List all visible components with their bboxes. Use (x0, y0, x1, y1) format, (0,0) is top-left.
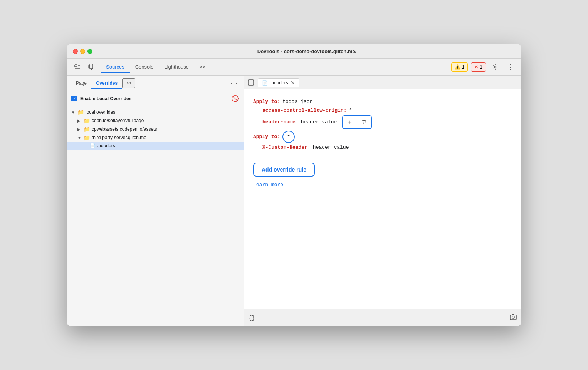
header-key: header-name: (262, 118, 299, 126)
apply-to-value: todos.json (282, 97, 312, 106)
overrides-header: ✓ Enable Local Overrides 🚫 (67, 91, 244, 106)
editor-panel: 📄 .headers ✕ Apply to: todos.json access… (244, 76, 521, 326)
error-badge[interactable]: ✕ 1 (471, 62, 486, 72)
titlebar: DevTools - cors-demo-devtools.glitch.me/ (67, 44, 521, 59)
screenshot-button[interactable] (510, 314, 517, 322)
warning-badge[interactable]: ⚠️ 1 (451, 62, 468, 72)
apply-to-input[interactable]: * (282, 131, 295, 143)
tab-console[interactable]: Console (130, 61, 159, 73)
learn-more-link[interactable]: Learn more (253, 180, 283, 189)
svg-point-11 (512, 316, 514, 318)
enable-overrides-label: Enable Local Overrides (80, 96, 228, 101)
tree-expand-arrow: ▼ (77, 136, 82, 140)
add-header-button[interactable]: + (343, 116, 357, 128)
apply-to-line-1: Apply to: todos.json (253, 97, 512, 106)
header-line-1-2: header-name: header value + (262, 115, 512, 129)
file-icon: 📄 (90, 143, 96, 148)
tab-more[interactable]: >> (194, 61, 211, 73)
svg-rect-8 (248, 80, 254, 85)
delete-header-button[interactable] (357, 116, 371, 128)
learn-more-section: Learn more (253, 178, 512, 189)
sidebar-tab-more[interactable]: >> (122, 78, 135, 88)
list-item[interactable]: ▼ 📁 third-party-server.glitch.me (67, 133, 244, 142)
main-content: Page Overrides >> ⋯ ✓ Enable Local Overr… (67, 76, 521, 326)
tree-expand-arrow: ▶ (77, 127, 82, 131)
editor-footer: {} (244, 309, 521, 326)
svg-rect-6 (89, 65, 90, 68)
tree-item-label: .headers (97, 143, 115, 148)
list-item[interactable]: ▼ 📁 local overrides (67, 108, 244, 116)
close-tab-button[interactable]: ✕ (291, 80, 295, 86)
toolbar-right: ⚠️ 1 ✕ 1 ⋮ (451, 61, 517, 73)
svg-rect-12 (512, 314, 514, 315)
header-key: access-control-allow-origin: (262, 106, 346, 115)
rule-block-1: Apply to: todos.json access-control-allo… (253, 97, 512, 129)
traffic-lights (73, 49, 92, 54)
error-count: 1 (480, 64, 482, 70)
editor-file-tab[interactable]: 📄 .headers ✕ (258, 78, 299, 87)
folder-icon: 📁 (77, 109, 84, 115)
svg-point-7 (494, 66, 496, 68)
svg-rect-0 (75, 64, 77, 67)
apply-to-line-2: Apply to: * (253, 131, 512, 143)
tree-item-label: third-party-server.glitch.me (92, 135, 146, 140)
list-item[interactable]: ▶ 📁 cdpn.io/sofiayem/fullpage (67, 116, 244, 125)
file-icon-tab: 📄 (262, 80, 268, 86)
minimize-button[interactable] (80, 49, 85, 54)
header-line-1-1: access-control-allow-origin: * (262, 106, 512, 115)
folder-icon: 📁 (84, 126, 90, 132)
settings-button[interactable] (489, 61, 501, 73)
tab-lighthouse[interactable]: Lighthouse (159, 61, 194, 73)
add-override-section: Add override rule (253, 158, 512, 177)
list-item[interactable]: 📄 .headers (67, 142, 244, 150)
collapse-sidebar-button[interactable] (245, 77, 256, 88)
header-line-2-1: X-Custom-Header: header value (262, 143, 512, 152)
main-tabs: Sources Console Lighthouse >> (101, 61, 211, 73)
svg-rect-4 (90, 64, 93, 69)
warning-icon: ⚠️ (455, 64, 460, 70)
tab-sources[interactable]: Sources (101, 61, 130, 73)
svg-rect-10 (510, 315, 516, 320)
enable-overrides-checkbox[interactable]: ✓ (71, 96, 77, 101)
tree-expand-arrow: ▼ (71, 110, 76, 114)
header-value: * (349, 106, 352, 115)
warning-count: 1 (462, 64, 465, 70)
add-override-rule-button[interactable]: Add override rule (253, 163, 315, 177)
header-value: header value (301, 118, 337, 126)
tree-item-label: local overrides (86, 109, 115, 115)
error-icon: ✕ (474, 64, 478, 70)
editor-tabs: 📄 .headers ✕ (244, 76, 521, 89)
editor-content: Apply to: todos.json access-control-allo… (244, 89, 521, 309)
folder-icon: 📁 (84, 118, 90, 124)
file-tree: ▼ 📁 local overrides ▶ 📁 cdpn.io/sofiayem… (67, 106, 244, 326)
add-override-rule-label: Add override rule (262, 166, 306, 173)
header-key: X-Custom-Header: (262, 143, 311, 152)
apply-to-label-2: Apply to: (253, 132, 280, 141)
device-toolbar-button[interactable] (85, 61, 97, 73)
add-delete-buttons: + (342, 115, 372, 129)
more-options-button[interactable]: ⋮ (504, 61, 517, 73)
clear-overrides-button[interactable]: 🚫 (231, 95, 239, 102)
devtools-window: DevTools - cors-demo-devtools.glitch.me/… (67, 44, 521, 326)
tree-item-label: cpwebassets.codepen.io/assets (92, 126, 157, 132)
sidebar: Page Overrides >> ⋯ ✓ Enable Local Overr… (67, 76, 244, 326)
sidebar-tabs: Page Overrides >> ⋯ (67, 76, 244, 91)
sidebar-more-options[interactable]: ⋯ (229, 77, 239, 89)
file-tab-label: .headers (270, 80, 288, 86)
rule-block-2: Apply to: * X-Custom-Header: header valu… (253, 131, 512, 152)
maximize-button[interactable] (87, 49, 92, 54)
sidebar-tab-overrides[interactable]: Overrides (91, 77, 122, 89)
close-button[interactable] (73, 49, 78, 54)
rule1-headers: access-control-allow-origin: * header-na… (253, 106, 512, 129)
rule2-headers: X-Custom-Header: header value (253, 143, 512, 152)
list-item[interactable]: ▶ 📁 cpwebassets.codepen.io/assets (67, 125, 244, 133)
format-button[interactable]: {} (249, 315, 255, 321)
svg-rect-5 (91, 69, 92, 70)
sidebar-tab-page[interactable]: Page (71, 77, 91, 89)
inspect-element-button[interactable] (71, 61, 84, 73)
folder-icon: 📁 (84, 135, 90, 141)
tree-expand-arrow: ▶ (77, 119, 82, 123)
main-toolbar: Sources Console Lighthouse >> ⚠️ 1 ✕ 1 ⋮ (67, 59, 521, 76)
window-title: DevTools - cors-demo-devtools.glitch.me/ (99, 49, 515, 54)
tree-item-label: cdpn.io/sofiayem/fullpage (92, 118, 144, 123)
